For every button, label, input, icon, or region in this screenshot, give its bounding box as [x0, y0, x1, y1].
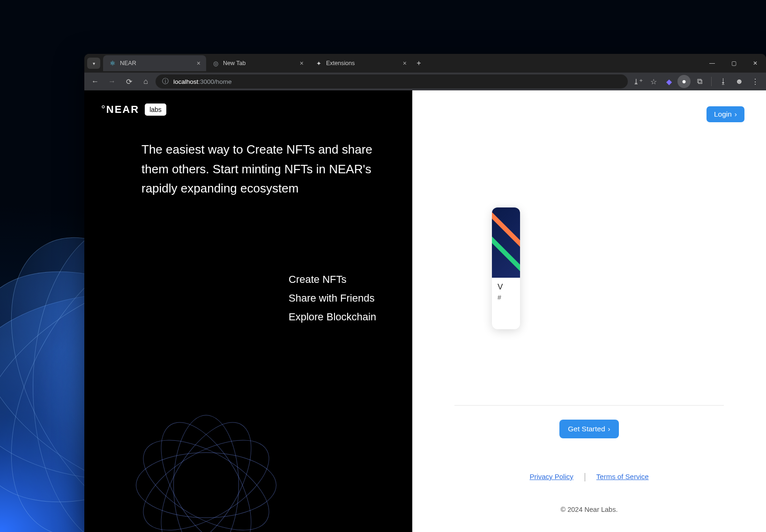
- browser-toolbar: ← → ⟳ ⌂ ⓘ localhost:3000/home ⤓⁺ ☆ ◆ ● ⧉…: [84, 73, 766, 90]
- page-cta-area: Get Started ›: [412, 405, 766, 438]
- decorative-flower: [84, 354, 337, 532]
- login-label: Login: [714, 110, 732, 118]
- tab-near[interactable]: ⚛ NEAR ×: [103, 55, 206, 71]
- extension-drop-icon[interactable]: ◆: [662, 75, 676, 88]
- account-avatar-icon[interactable]: ☻: [732, 74, 746, 89]
- address-bar[interactable]: ⓘ localhost:3000/home: [156, 74, 628, 89]
- nft-title: V: [498, 282, 514, 292]
- nft-art: [492, 207, 520, 278]
- react-icon: ⚛: [109, 59, 116, 67]
- hero-left-pane: °NEAR labs The easiest way to Create NFT…: [84, 90, 412, 532]
- divider: [454, 405, 724, 406]
- feature-list: Create NFTs Share with Friends Explore B…: [101, 273, 395, 323]
- login-button[interactable]: Login ›: [707, 106, 744, 122]
- site-info-icon[interactable]: ⓘ: [162, 77, 169, 86]
- privacy-link[interactable]: Privacy Policy: [529, 473, 573, 480]
- url-path: :3000/home: [198, 78, 231, 85]
- window-controls: ― ▢ ✕: [701, 54, 766, 73]
- get-started-button[interactable]: Get Started ›: [559, 420, 618, 438]
- menu-kebab-icon[interactable]: ⋮: [748, 74, 762, 89]
- close-icon[interactable]: ×: [403, 59, 407, 67]
- near-logo: °NEAR labs: [101, 103, 395, 116]
- feature-item: Share with Friends: [289, 292, 374, 304]
- puzzle-icon: ✦: [315, 59, 322, 67]
- tab-extensions[interactable]: ✦ Extensions ×: [309, 55, 412, 71]
- separator: [711, 77, 712, 86]
- tab-title: NEAR: [120, 60, 193, 66]
- page-viewport: °NEAR labs The easiest way to Create NFT…: [84, 90, 766, 532]
- labs-badge: labs: [145, 103, 166, 116]
- chevron-right-icon: ›: [608, 425, 610, 433]
- tab-title: Extensions: [326, 60, 399, 66]
- nft-subtitle: #: [498, 294, 514, 301]
- extension-homepage-icon[interactable]: ●: [677, 75, 691, 88]
- chevron-right-icon: ›: [735, 110, 737, 118]
- browser-window: ▾ ⚛ NEAR × ◎ New Tab × ✦ Extensions × + …: [84, 54, 766, 532]
- home-button[interactable]: ⌂: [139, 74, 153, 89]
- reload-button[interactable]: ⟳: [122, 74, 136, 89]
- feature-item: Explore Blockchain: [289, 311, 376, 323]
- tab-title: New Tab: [223, 60, 296, 66]
- tab-strip: ▾ ⚛ NEAR × ◎ New Tab × ✦ Extensions × + …: [84, 54, 766, 73]
- extensions-puzzle-icon[interactable]: ⧉: [692, 74, 707, 89]
- hero-headline: The easiest way to Create NFTs and share…: [141, 140, 385, 199]
- profile-chevron-button[interactable]: ▾: [87, 58, 100, 69]
- logo-word: NEAR: [106, 103, 139, 115]
- url-host: localhost: [173, 78, 198, 85]
- close-window-button[interactable]: ✕: [744, 54, 766, 73]
- get-started-label: Get Started: [568, 425, 605, 433]
- install-app-icon[interactable]: ⤓⁺: [631, 74, 645, 89]
- close-icon[interactable]: ×: [197, 59, 201, 67]
- new-tab-button[interactable]: +: [412, 57, 425, 70]
- toolbar-right: ⤓⁺ ☆ ◆ ● ⧉ ⭳ ☻ ⋮: [631, 74, 762, 89]
- terms-link[interactable]: Terms of Service: [596, 473, 649, 480]
- back-button[interactable]: ←: [88, 74, 102, 89]
- nft-card-peek: V #: [492, 207, 520, 329]
- footer-links: Privacy Policy Terms of Service: [412, 473, 766, 481]
- tab-newtab[interactable]: ◎ New Tab ×: [206, 55, 309, 71]
- minimize-button[interactable]: ―: [701, 54, 723, 73]
- copyright: © 2024 Near Labs.: [412, 506, 766, 513]
- bookmark-icon[interactable]: ☆: [647, 74, 661, 89]
- forward-button[interactable]: →: [105, 74, 119, 89]
- hero-right-pane: Login › V # Get Started › Privacy Policy: [412, 90, 766, 532]
- downloads-icon[interactable]: ⭳: [716, 74, 730, 89]
- separator: [585, 473, 585, 481]
- chrome-icon: ◎: [212, 59, 219, 67]
- maximize-button[interactable]: ▢: [723, 54, 744, 73]
- feature-item: Create NFTs: [289, 273, 346, 286]
- close-icon[interactable]: ×: [300, 59, 304, 67]
